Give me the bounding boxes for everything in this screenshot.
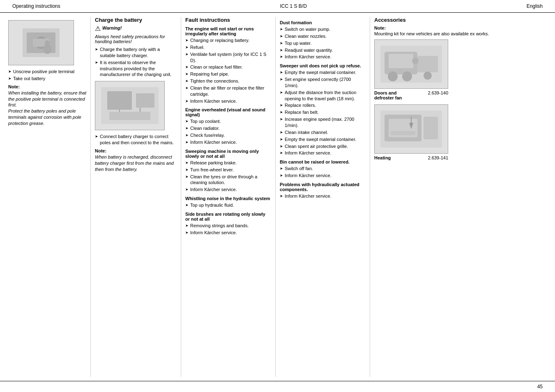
col4-sub4-title: Problems with hydraulically actuated com…	[280, 182, 366, 192]
svg-point-16	[402, 71, 412, 81]
svg-rect-26	[391, 131, 415, 135]
svg-rect-9	[109, 112, 150, 120]
col3-s5-b2: Inform Kärcher service.	[185, 230, 271, 236]
col4-s3-b2: Inform Kärcher service.	[280, 173, 366, 179]
col2-note-label: Note:	[95, 148, 177, 153]
col3-sub5-bullets: Removing strings and bands. Inform Kärch…	[185, 223, 271, 236]
col3-sub5-title: Side brushes are rotating only slowly or…	[185, 212, 271, 221]
col4-s2-b6: Increase engine speed (max. 2700 1/min).	[280, 116, 366, 129]
page-number: 45	[537, 384, 543, 390]
col4-sub4-bullets: Inform Kärcher service.	[280, 193, 366, 199]
col4-s2-b8: Empty the swept material container.	[280, 136, 366, 143]
col4-sub3-bullets: Switch off fan. Inform Kärcher service.	[280, 166, 366, 179]
col2-bullets2: Connect battery charger to correct poles…	[95, 134, 177, 146]
col1-bullets: Unscrew positive pole terminal Take out …	[8, 69, 86, 82]
col3-s1-b4: Clean or replace fuel filter.	[185, 64, 271, 70]
col1-note-label: Note:	[8, 84, 86, 89]
col5-note-label: Note:	[374, 25, 543, 30]
accessory2-number: 2.639-141	[428, 155, 448, 160]
col4-s2-b4: Replace rollers.	[280, 102, 366, 108]
col4-s2-b3: Adjust the distance from the suction ope…	[280, 90, 366, 102]
col3-s3-b3: Clean the tyres or drive through a clean…	[185, 174, 271, 186]
col3-sub4-bullets: Top up hydraulic fluid.	[185, 202, 271, 208]
accessory-image-1	[374, 39, 448, 89]
col2-charge-battery: Charge the battery ⚠ Warning! Always hee…	[90, 17, 181, 377]
accessories-item-2: Heating 2.639-141	[374, 155, 448, 160]
warning-icon: ⚠	[95, 25, 101, 32]
col1-battery-removal: Unscrew positive pole terminal Take out …	[8, 17, 90, 377]
header-center: ICC 1 S B/D	[280, 3, 307, 9]
accessory2-label: Heating	[374, 155, 391, 160]
col3-sub2-title: Engine overheated (visual and sound sign…	[185, 107, 271, 117]
svg-rect-8	[136, 93, 154, 108]
col4-s1-b4: Readjust water quantity.	[280, 47, 366, 53]
col4-s2-b1: Empty the swept material container.	[280, 69, 366, 76]
svg-point-5	[45, 40, 50, 45]
header-left: Operating instructions	[12, 3, 60, 9]
col3-s5-b1: Removing strings and bands.	[185, 223, 271, 229]
col4-fault-details: Dust formation Switch on water pump. Cle…	[275, 17, 370, 377]
col3-title: Fault instructions	[185, 17, 271, 23]
col3-s3-b4: Inform Kärcher service.	[185, 187, 271, 193]
header-right: English	[527, 3, 543, 9]
charger-image	[95, 81, 165, 130]
footer: 45	[0, 381, 555, 392]
col3-s2-b1: Top up coolant.	[185, 118, 271, 125]
warning-box: ⚠ Warning!	[95, 25, 177, 32]
accessory-image-2	[374, 104, 448, 154]
col4-s2-b10: Inform Kärcher service.	[280, 150, 366, 156]
accessory1-label: Doors anddefroster fan	[374, 90, 402, 100]
svg-rect-18	[389, 54, 413, 68]
col3-sub3-title: Sweeping machine is moving only slowly o…	[185, 149, 271, 159]
col2-bullet-1: Charge the battery only with a suitable …	[95, 46, 177, 59]
warning-text: Always heed safety precautions for handl…	[95, 34, 177, 44]
col3-s1-b6: Tighten the connections.	[185, 78, 271, 84]
accessories-item-1: Doors anddefroster fan 2.639-140	[374, 90, 448, 100]
col4-s2-b7: Clean intake channel.	[280, 129, 366, 136]
col5-note-text: Mounting kit for new vehicles are also a…	[374, 31, 543, 36]
svg-rect-14	[417, 56, 438, 72]
col3-sub4-title: Whistling noise in the hydraulic system	[185, 196, 271, 201]
col2-bullet-connect: Connect battery charger to correct poles…	[95, 134, 177, 146]
svg-point-15	[388, 71, 398, 81]
col3-s4-b1: Top up hydraulic fluid.	[185, 202, 271, 208]
col3-s2-b2: Clean radiator.	[185, 125, 271, 131]
col3-s1-b7: Clean the air filter or replace the filt…	[185, 85, 271, 97]
col3-s2-b4: Inform Kärcher service.	[185, 139, 271, 145]
accessory1-number: 2.639-140	[428, 90, 448, 100]
bullet-unscrew: Unscrew positive pole terminal	[8, 69, 86, 75]
col2-note-text: When battery is recharged, disconnect ba…	[95, 154, 177, 173]
svg-point-4	[43, 44, 51, 54]
col3-s3-b2: Turn free-wheel lever.	[185, 167, 271, 173]
col4-sub1-bullets: Switch on water pump. Clean water nozzle…	[280, 26, 366, 60]
col3-sub3-bullets: Release parking brake. Turn free-wheel l…	[185, 160, 271, 193]
svg-point-17	[424, 71, 432, 80]
col3-sub1-title: The engine will not start or runs irregu…	[185, 26, 271, 36]
col4-s1-b2: Clean water nozzles.	[280, 33, 366, 39]
col2-bullets1: Charge the battery only with a suitable …	[95, 46, 177, 78]
header: Operating instructions ICC 1 S B/D Engli…	[0, 0, 555, 13]
col4-s2-b2: Set engine speed correctly (2700 1/min).	[280, 76, 366, 89]
col3-s1-b3: Ventilate fuel system (only for ICC 1 S …	[185, 51, 271, 64]
svg-rect-22	[424, 117, 438, 139]
battery-removal-image	[8, 20, 74, 65]
col3-s1-b8: Inform Kärcher service.	[185, 98, 271, 104]
col3-fault-instructions: Fault instructions The engine will not s…	[181, 17, 275, 377]
svg-rect-7	[107, 91, 132, 110]
warning-label: Warning!	[102, 25, 122, 30]
col5-accessories: Accessories Note: Mounting kit for new v…	[370, 17, 547, 377]
content-area: Unscrew positive pole terminal Take out …	[0, 13, 555, 381]
col4-s2-b5: Replace fan belt.	[280, 109, 366, 115]
col1-note-text: When installing the battery, ensure that…	[8, 90, 86, 127]
col4-sub2-bullets: Empty the swept material container. Set …	[280, 69, 366, 156]
svg-point-19	[412, 58, 419, 64]
page-container: Operating instructions ICC 1 S B/D Engli…	[0, 0, 555, 392]
col4-s1-b3: Top up water.	[280, 40, 366, 46]
col4-sub1-title: Dust formation	[280, 20, 366, 25]
col3-s2-b3: Check fuse/relay.	[185, 132, 271, 138]
col4-s4-b1: Inform Kärcher service.	[280, 193, 366, 199]
col4-sub2-title: Sweeper unit does not pick up refuse.	[280, 63, 366, 68]
col4-s2-b9: Clean spent air protective grille.	[280, 143, 366, 150]
col3-sub2-bullets: Top up coolant. Clean radiator. Check fu…	[185, 118, 271, 145]
col5-title: Accessories	[374, 17, 543, 23]
